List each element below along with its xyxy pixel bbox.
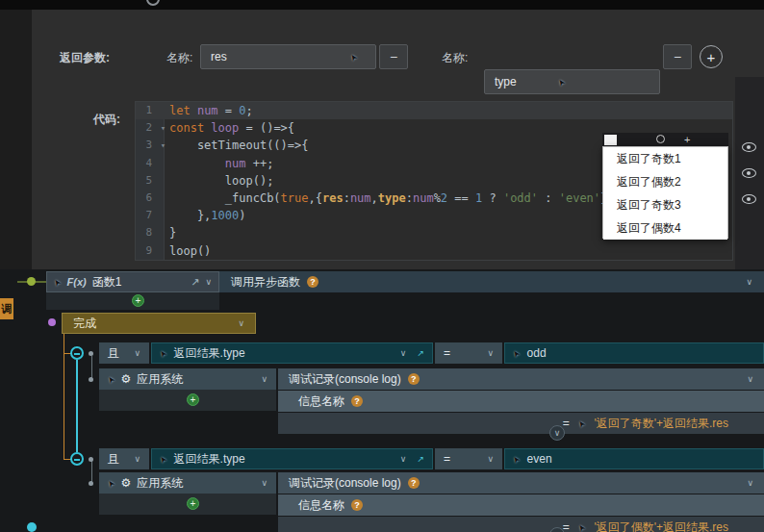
- chevron-down-icon[interactable]: ∨: [400, 349, 407, 358]
- chevron-down-icon[interactable]: ∨: [400, 455, 407, 464]
- gear-icon: ⚙: [121, 477, 132, 489]
- layer-visibility-rail: [735, 77, 764, 269]
- info-name-row: 信息名称 ?: [278, 494, 764, 516]
- chevron-down-icon[interactable]: ∨: [746, 278, 752, 287]
- chevron-down-icon: ∨: [554, 429, 561, 438]
- share-icon[interactable]: ↗: [191, 276, 199, 289]
- condition-left-chip[interactable]: ➤ 返回结果.type ∨ ↗: [151, 342, 433, 364]
- plus-icon: +: [191, 499, 196, 509]
- add-param-button[interactable]: +: [700, 45, 723, 68]
- and-operator[interactable]: 且 ∨: [99, 342, 149, 364]
- console-log-label: 调试记录(console log): [289, 475, 401, 492]
- eye-icon[interactable]: [742, 168, 756, 178]
- cursor-icon: ➤: [511, 347, 522, 358]
- add-action-button[interactable]: +: [187, 497, 199, 510]
- condition-left-chip[interactable]: ➤ 返回结果.type ∨ ↗: [151, 448, 433, 469]
- condition-right-chip[interactable]: ➤ even: [504, 448, 764, 469]
- param-name-input[interactable]: res ➤: [200, 44, 376, 69]
- gear-icon: ⚙: [121, 373, 132, 385]
- function-children-strip: +: [46, 292, 219, 310]
- cursor-icon: ➤: [106, 373, 117, 384]
- help-icon[interactable]: ?: [408, 477, 420, 489]
- external-link-icon[interactable]: ↗: [417, 348, 424, 358]
- remove-param-button[interactable]: −: [663, 44, 692, 69]
- info-value-row[interactable]: = ➤ '返回了奇数'+返回结果.res: [278, 413, 764, 434]
- node-dot: [89, 457, 93, 462]
- function-icon: F(x): [67, 276, 87, 288]
- help-icon[interactable]: ?: [408, 373, 420, 385]
- system-select[interactable]: ➤ ⚙ 应用系统 ∨: [99, 472, 276, 494]
- popup-item[interactable]: 返回了奇数3: [603, 193, 727, 216]
- plus-icon: +: [191, 395, 196, 405]
- param-name-value: res: [211, 50, 227, 63]
- top-toolbar: [0, 0, 764, 10]
- code-line: 1let num = 0;: [136, 102, 732, 119]
- expand-toggle[interactable]: ∨: [549, 425, 565, 441]
- param-name-label: 名称:: [166, 50, 192, 66]
- info-name-label: 信息名称: [298, 393, 344, 410]
- chevron-down-icon[interactable]: ∨: [205, 278, 212, 287]
- cursor-icon: ➤: [158, 347, 169, 358]
- console-log-header[interactable]: 调试记录(console log) ? ∨: [278, 472, 764, 494]
- help-icon[interactable]: ?: [351, 395, 363, 407]
- add-icon[interactable]: +: [684, 133, 690, 146]
- help-icon[interactable]: [146, 0, 160, 6]
- help-icon[interactable]: ?: [307, 276, 318, 288]
- info-name-label: 信息名称: [298, 497, 344, 514]
- popup-item[interactable]: 返回了偶数4: [603, 216, 727, 240]
- help-icon[interactable]: ?: [351, 499, 363, 511]
- record-icon[interactable]: [656, 135, 665, 143]
- param-name-label: 名称:: [442, 50, 468, 66]
- eye-icon[interactable]: [742, 142, 756, 152]
- info-value-row[interactable]: = ➤ '返回了偶数'+返回结果.res: [278, 517, 764, 532]
- popup-item[interactable]: 返回了偶数2: [603, 170, 727, 193]
- cursor-icon: ➤: [576, 521, 588, 532]
- chevron-down-icon[interactable]: ∨: [747, 479, 753, 488]
- condition-right-chip[interactable]: ➤ odd: [504, 342, 764, 364]
- collapse-toggle[interactable]: [70, 452, 84, 466]
- side-tab[interactable]: 调: [0, 298, 13, 319]
- eye-icon[interactable]: [742, 194, 756, 204]
- external-link-icon[interactable]: ↗: [417, 454, 424, 464]
- minus-icon: −: [674, 49, 681, 64]
- plus-icon: +: [707, 49, 716, 65]
- cursor-icon: ➤: [106, 477, 117, 488]
- add-action-button[interactable]: +: [187, 393, 199, 406]
- cursor-icon: ➤: [511, 453, 522, 464]
- remove-param-button[interactable]: −: [379, 44, 408, 69]
- left-rail: [0, 10, 32, 269]
- cursor-icon: ➤: [158, 453, 169, 464]
- chevron-down-icon[interactable]: ∨: [747, 375, 753, 384]
- plus-icon: +: [136, 296, 141, 306]
- cursor-icon: ➤: [556, 77, 568, 88]
- done-branch-selector[interactable]: 完成 ∨: [62, 313, 256, 334]
- chevron-down-icon: ∨: [134, 349, 140, 358]
- operator-select[interactable]: = ∨: [435, 342, 502, 364]
- system-select[interactable]: ➤ ⚙ 应用系统 ∨: [99, 368, 276, 390]
- add-child-button[interactable]: +: [132, 294, 144, 307]
- minus-icon: [74, 353, 80, 355]
- async-call-label: 调用异步函数: [231, 274, 300, 291]
- chevron-down-icon: ∨: [134, 455, 140, 464]
- chevron-down-icon: ∨: [261, 375, 267, 384]
- popup-item[interactable]: 返回了奇数1: [603, 147, 727, 170]
- info-name-row: 信息名称 ?: [278, 391, 764, 412]
- done-label: 完成: [73, 316, 96, 332]
- async-call-bar[interactable]: 调用异步函数 ? ∨: [219, 271, 764, 292]
- minus-icon: [74, 459, 80, 461]
- function-node[interactable]: ➤ F(x) 函数1 ↗ ∨: [46, 271, 219, 292]
- operator-select[interactable]: = ∨: [435, 448, 502, 469]
- condition-right-value: even: [527, 452, 552, 466]
- chevron-down-icon: ∨: [487, 349, 494, 358]
- node-dot: [89, 481, 93, 486]
- and-operator[interactable]: 且 ∨: [99, 448, 149, 469]
- condition-left-value: 返回结果.type: [174, 451, 245, 468]
- console-output-list: 返回了奇数1返回了偶数2返回了奇数3返回了偶数4: [602, 146, 728, 239]
- equals-sign: =: [563, 417, 570, 430]
- console-log-header[interactable]: 调试记录(console log) ? ∨: [278, 368, 764, 390]
- input-box[interactable]: [604, 135, 617, 145]
- param-name-input[interactable]: type ➤: [484, 69, 660, 94]
- console-log-label: 调试记录(console log): [289, 371, 401, 388]
- minus-icon: −: [390, 49, 397, 64]
- collapse-toggle[interactable]: [70, 346, 84, 360]
